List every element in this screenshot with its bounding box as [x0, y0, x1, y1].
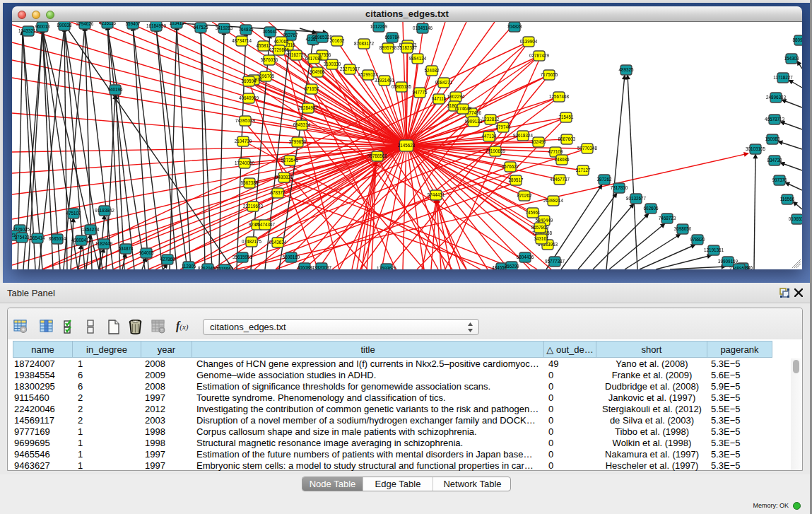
svg-text:406088: 406088: [297, 265, 312, 269]
svg-text:12567468: 12567468: [549, 94, 570, 99]
svg-text:87083172: 87083172: [354, 41, 375, 46]
svg-text:154303: 154303: [784, 56, 799, 61]
svg-text:91183842: 91183842: [95, 208, 114, 213]
svg-text:62729806: 62729806: [269, 47, 290, 52]
svg-text:49808412: 49808412: [71, 238, 92, 243]
svg-text:9909133: 9909133: [465, 119, 483, 124]
svg-text:93618324: 93618324: [513, 133, 534, 138]
svg-text:48734714: 48734714: [232, 38, 252, 43]
svg-text:48467737: 48467737: [550, 177, 570, 182]
svg-text:1012269: 1012269: [370, 24, 388, 29]
svg-text:7174648: 7174648: [454, 106, 472, 111]
svg-text:8087603: 8087603: [558, 136, 576, 141]
svg-text:9480831: 9480831: [276, 175, 293, 180]
svg-text:3315869: 3315869: [216, 267, 234, 269]
svg-text:8895798: 8895798: [379, 45, 397, 50]
svg-text:46578713: 46578713: [765, 117, 785, 122]
svg-text:880957: 880957: [792, 37, 802, 42]
svg-text:5273545: 5273545: [281, 158, 299, 163]
svg-text:3794026: 3794026: [76, 22, 94, 26]
svg-text:940196: 940196: [107, 87, 123, 92]
svg-text:978820: 978820: [690, 237, 705, 242]
svg-text:447134: 447134: [481, 134, 497, 139]
svg-text:3799650: 3799650: [289, 139, 307, 144]
svg-text:30103105: 30103105: [746, 146, 766, 151]
svg-text:3419283: 3419283: [216, 25, 233, 30]
svg-text:3100330: 3100330: [324, 62, 341, 66]
svg-text:647525: 647525: [193, 25, 208, 30]
svg-text:21489513: 21489513: [729, 266, 750, 269]
svg-text:6417080: 6417080: [305, 56, 323, 61]
svg-text:2104709: 2104709: [235, 139, 252, 144]
svg-text:2145623: 2145623: [398, 143, 416, 148]
svg-text:0143634: 0143634: [269, 240, 287, 245]
svg-text:997376: 997376: [772, 177, 787, 182]
svg-text:671657: 671657: [304, 86, 319, 91]
svg-text:890838: 890838: [57, 23, 72, 28]
svg-text:375433: 375433: [14, 235, 30, 240]
svg-text:0106513: 0106513: [789, 216, 802, 221]
svg-text:74395339: 74395339: [235, 118, 256, 123]
svg-text:6804436: 6804436: [517, 255, 534, 259]
svg-text:90162720: 90162720: [286, 52, 307, 57]
svg-text:12191361: 12191361: [704, 247, 724, 252]
svg-text:305641: 305641: [262, 29, 278, 34]
svg-text:7468723: 7468723: [659, 216, 676, 221]
svg-text:715451: 715451: [558, 115, 574, 119]
svg-text:366299: 366299: [504, 264, 519, 269]
svg-text:45299124: 45299124: [358, 72, 379, 77]
svg-text:17240050: 17240050: [235, 160, 255, 165]
svg-text:5562386: 5562386: [241, 180, 259, 185]
svg-text:834738: 834738: [767, 158, 782, 163]
svg-text:201632: 201632: [329, 38, 345, 43]
svg-text:116566: 116566: [780, 197, 795, 201]
svg-text:95777387: 95777387: [545, 259, 565, 264]
svg-text:0139904: 0139904: [520, 39, 538, 44]
svg-text:870262: 870262: [517, 193, 532, 198]
svg-text:524082: 524082: [424, 68, 440, 73]
svg-text:02787429: 02787429: [529, 53, 550, 58]
svg-text:102499: 102499: [531, 139, 546, 144]
svg-text:477109: 477109: [548, 149, 563, 154]
svg-text:317127: 317127: [575, 168, 591, 173]
svg-text:387262: 387262: [596, 177, 612, 182]
svg-text:1902294: 1902294: [447, 94, 465, 99]
svg-text:669784: 669784: [384, 35, 400, 40]
svg-text:5840449: 5840449: [536, 218, 553, 223]
svg-text:3098050: 3098050: [674, 226, 692, 231]
svg-text:427868: 427868: [160, 257, 175, 262]
svg-text:4235116: 4235116: [99, 22, 117, 25]
svg-text:150983: 150983: [765, 136, 780, 141]
svg-text:103413: 103413: [169, 22, 184, 25]
svg-text:467065: 467065: [273, 39, 289, 44]
svg-text:82620450: 82620450: [198, 266, 218, 269]
svg-text:369594: 369594: [241, 78, 257, 83]
svg-text:05865185: 05865185: [392, 84, 412, 89]
svg-text:23271937: 23271937: [340, 66, 360, 71]
svg-text:1182449: 1182449: [95, 241, 113, 246]
svg-text:704828: 704828: [507, 24, 522, 29]
svg-text:16184959: 16184959: [146, 23, 167, 28]
svg-text:43320037: 43320037: [312, 265, 332, 269]
svg-text:679740: 679740: [495, 124, 511, 129]
svg-text:248086: 248086: [554, 157, 570, 162]
svg-text:6945314: 6945314: [293, 122, 311, 127]
svg-text:5744431: 5744431: [428, 192, 445, 197]
svg-text:8657809: 8657809: [531, 225, 549, 230]
svg-text:112805: 112805: [182, 264, 196, 269]
svg-text:80132677: 80132677: [626, 196, 647, 201]
svg-text:047116: 047116: [432, 96, 447, 101]
svg-text:764835: 764835: [238, 27, 254, 32]
svg-text:39909169: 39909169: [718, 259, 739, 264]
svg-text:59770348: 59770348: [577, 146, 598, 151]
svg-text:07482175: 07482175: [242, 239, 262, 244]
svg-text:534874: 534874: [118, 246, 134, 251]
svg-text:46474367: 46474367: [255, 222, 276, 227]
svg-text:26284987: 26284987: [298, 105, 319, 110]
svg-text:35182337: 35182337: [397, 45, 418, 50]
svg-text:1232812: 1232812: [482, 117, 500, 122]
svg-text:10433218: 10433218: [18, 28, 39, 33]
svg-text:17693676: 17693676: [377, 266, 397, 269]
svg-text:7317810: 7317810: [611, 185, 628, 190]
svg-text:40640909: 40640909: [239, 95, 259, 100]
